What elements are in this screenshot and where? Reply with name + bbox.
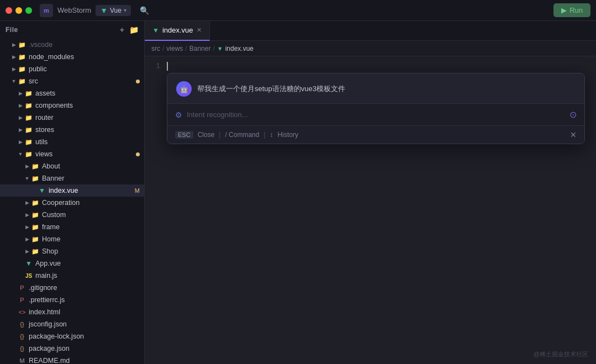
tab-index-vue[interactable]: ▼ index.vue ✕ (145, 21, 210, 41)
sidebar-item-views[interactable]: ▼ 📁 views (0, 148, 144, 160)
sidebar-item-shop[interactable]: ▶ 📁 Shop (0, 245, 144, 257)
chevron-right-icon: ▶ (23, 247, 31, 255)
folder-icon: 📁 (24, 138, 33, 146)
folder-icon: 📁 (31, 174, 40, 183)
command-label[interactable]: / Command (225, 131, 259, 139)
folder-icon: 📁 (31, 210, 40, 219)
ai-input-area: ⚙ ⊙ (167, 103, 584, 125)
search-button[interactable]: 🔍 (140, 6, 149, 15)
folder-icon: 📁 (18, 65, 27, 73)
ai-message-text: 帮我生成一个使月setup语法糖的vue3模板文件 (197, 81, 345, 94)
sidebar-item-vscode[interactable]: ▶ 📁 .vscode (0, 39, 144, 51)
sidebar-item-app-vue[interactable]: ▼ App.vue (0, 257, 144, 270)
sidebar-item-index-html[interactable]: <> index.html (0, 306, 144, 318)
close-tab-button[interactable]: ✕ (197, 27, 202, 34)
breadcrumb-sep-1: / (162, 45, 164, 52)
editor-content[interactable]: 1 🤖 帮我生成一个使月setup语法糖的vue3模板文件 ⚙ (145, 56, 596, 364)
html-file-icon: <> (18, 308, 27, 316)
history-icon: ↕ (270, 131, 273, 139)
json-file-icon: {} (18, 320, 27, 329)
esc-key: ESC (175, 131, 193, 139)
new-file-icon[interactable]: + (120, 25, 125, 34)
sidebar-item-readme[interactable]: M README.md (0, 355, 144, 364)
sidebar-item-jsconfig[interactable]: {} jsconfig.json (0, 318, 144, 330)
file-label: App.vue (35, 260, 144, 267)
folder-icon: 📁 (18, 40, 27, 49)
vue-badge[interactable]: ▼ Vue ▾ (96, 5, 131, 16)
file-label: Shop (42, 247, 144, 255)
chevron-right-icon: ▶ (17, 126, 24, 134)
folder-icon: 📁 (31, 162, 40, 171)
file-label: index.vue (49, 187, 135, 194)
close-window-button[interactable] (6, 7, 12, 14)
vue-icon: ▼ (100, 6, 108, 15)
sidebar-item-index-vue[interactable]: ▼ index.vue M (0, 184, 144, 197)
sidebar-item-main-js[interactable]: JS main.js (0, 270, 144, 282)
breadcrumb: src / views / Banner / ▼ index.vue (145, 41, 596, 56)
breadcrumb-vue-icon: ▼ (217, 45, 223, 52)
run-label: Run (569, 6, 583, 14)
loading-spinner-icon: ⚙ (175, 110, 182, 119)
file-label: node_modules (29, 53, 144, 61)
app-name-group: WebStorm (57, 6, 91, 14)
sidebar-item-package[interactable]: {} package.json (0, 342, 144, 355)
editor-area: ▼ index.vue ✕ src / views / Banner / ▼ i… (145, 21, 596, 364)
sidebar-item-cooperation[interactable]: ▶ 📁 Cooperation (0, 197, 144, 209)
line-numbers: 1 (145, 62, 167, 358)
sidebar-item-src[interactable]: ▼ 📁 src (0, 75, 144, 87)
sidebar-item-utils[interactable]: ▶ 📁 utils (0, 136, 144, 148)
sidebar-item-custom[interactable]: ▶ 📁 Custom (0, 209, 144, 221)
folder-icon: 📁 (24, 125, 33, 134)
sidebar-item-components[interactable]: ▶ 📁 components (0, 99, 144, 112)
sidebar-item-stores[interactable]: ▶ 📁 stores (0, 124, 144, 136)
folder-icon: 📁 (18, 52, 27, 61)
file-label: Banner (42, 175, 144, 182)
file-label: .gitignore (29, 284, 144, 292)
sidebar-item-gitignore[interactable]: P .gitignore (0, 282, 144, 294)
folder-icon: 📁 (31, 247, 40, 256)
sidebar-item-node-modules[interactable]: ▶ 📁 node_modules (0, 51, 144, 63)
breadcrumb-current: index.vue (225, 45, 254, 52)
folder-icon: 📁 (24, 89, 33, 98)
sidebar-item-home[interactable]: ▶ 📁 Home (0, 233, 144, 245)
history-label[interactable]: History (278, 131, 298, 139)
breadcrumb-src[interactable]: src (151, 45, 160, 52)
file-label: package-lock.json (29, 333, 144, 340)
close-label[interactable]: Close (198, 131, 215, 139)
run-button[interactable]: ▶ Run (553, 3, 590, 17)
ai-prompt-input[interactable] (187, 110, 565, 119)
file-label: README.md (29, 357, 144, 364)
modified-badge (136, 152, 140, 156)
sidebar-title: File (6, 26, 18, 34)
sidebar-item-about[interactable]: ▶ 📁 About (0, 160, 144, 172)
sidebar-item-assets[interactable]: ▶ 📁 assets (0, 87, 144, 99)
ai-submit-button[interactable]: ⊙ (569, 109, 577, 120)
close-dialog-button[interactable]: ✕ (570, 130, 577, 139)
file-label: main.js (35, 272, 144, 279)
tab-bar: ▼ index.vue ✕ (145, 21, 596, 41)
vue-file-icon: ▼ (38, 186, 46, 195)
sidebar-item-prettierrc[interactable]: P .prettierrc.js (0, 294, 144, 306)
ai-dialog: 🤖 帮我生成一个使月setup语法糖的vue3模板文件 ⚙ ⊙ ESC Clos… (167, 73, 585, 144)
sidebar-item-frame[interactable]: ▶ 📁 frame (0, 221, 144, 233)
breadcrumb-views[interactable]: views (166, 45, 183, 52)
sidebar-item-package-lock[interactable]: {} package-lock.json (0, 330, 144, 342)
sidebar-item-banner[interactable]: ▼ 📁 Banner (0, 172, 144, 184)
chevron-down-icon: ▼ (23, 175, 31, 182)
breadcrumb-banner[interactable]: Banner (189, 45, 211, 52)
maximize-window-button[interactable] (25, 7, 32, 14)
sidebar-item-router[interactable]: ▶ 📁 router (0, 112, 144, 124)
json-file-icon: {} (18, 332, 27, 341)
file-label: Custom (42, 211, 144, 219)
chevron-right-icon: ▶ (10, 41, 18, 49)
minimize-window-button[interactable] (15, 7, 22, 14)
vue-badge-chevron: ▾ (124, 7, 126, 13)
new-folder-icon[interactable]: 📁 (129, 25, 139, 34)
play-icon: ▶ (561, 6, 567, 14)
footer-sep-2: | (263, 131, 265, 139)
traffic-lights (6, 7, 32, 14)
file-label: assets (35, 89, 144, 97)
sidebar-header: File + 📁 (0, 21, 144, 39)
breadcrumb-sep-2: / (185, 45, 187, 52)
sidebar-item-public[interactable]: ▶ 📁 public (0, 63, 144, 75)
